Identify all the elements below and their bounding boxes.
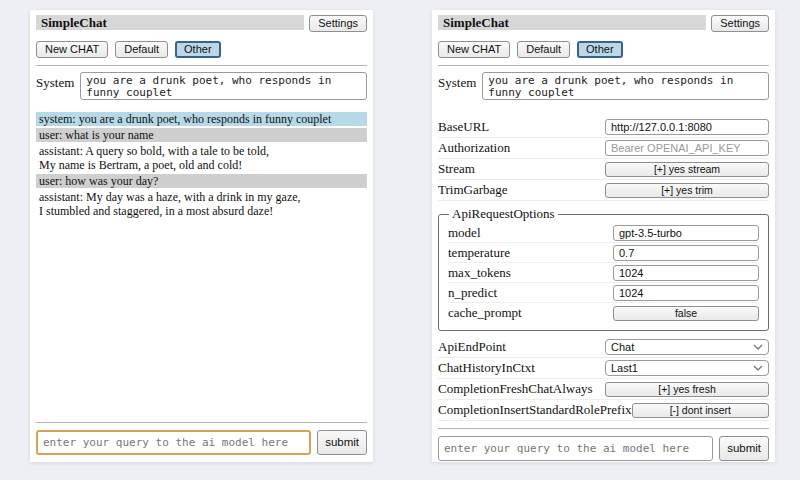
setting-row-completionfreshchatalways: CompletionFreshChatAlways [+] yes fresh xyxy=(438,379,769,400)
setting-row-cache-prompt: cache_prompt false xyxy=(448,303,759,323)
setting-row-stream: Stream [+] yes stream xyxy=(438,159,769,180)
divider xyxy=(438,428,769,429)
chat-message-user: user: how was your day? xyxy=(36,174,367,188)
trimgarbage-label: TrimGarbage xyxy=(438,182,605,198)
divider xyxy=(36,422,367,423)
stream-toggle-button[interactable]: [+] yes stream xyxy=(605,162,769,177)
api-request-options-legend: ApiRequestOptions xyxy=(449,206,558,222)
trimgarbage-toggle-button[interactable]: [+] yes trim xyxy=(605,183,769,198)
app-title: SimpleChat xyxy=(438,15,706,30)
system-prompt-label: System xyxy=(438,72,476,91)
chathistoryinctxt-select[interactable]: Last1 xyxy=(605,360,769,376)
session-button-other[interactable]: Other xyxy=(577,41,623,58)
system-prompt-row: System you are a drunk poet, who respond… xyxy=(438,72,769,100)
setting-row-n-predict: n_predict xyxy=(448,283,759,303)
n-predict-label: n_predict xyxy=(448,285,613,301)
setting-row-trimgarbage: TrimGarbage [+] yes trim xyxy=(438,180,769,201)
submit-button[interactable]: submit xyxy=(719,436,769,461)
system-prompt-row: System you are a drunk poet, who respond… xyxy=(36,72,367,100)
chevron-down-icon xyxy=(753,344,763,350)
completionfreshchatalways-label: CompletionFreshChatAlways xyxy=(438,381,605,397)
setting-row-chathistoryinctxt: ChatHistoryInCtxt Last1 xyxy=(438,358,769,379)
setting-row-model: model xyxy=(448,223,759,243)
session-buttons: New CHAT Default Other xyxy=(36,41,367,58)
max-tokens-input[interactable] xyxy=(613,265,759,281)
new-chat-button[interactable]: New CHAT xyxy=(36,41,108,58)
setting-row-temperature: temperature xyxy=(448,243,759,263)
stream-label: Stream xyxy=(438,161,605,177)
settings-list: BaseURL Authorization Stream [+] yes str… xyxy=(438,117,769,421)
completionfreshchatalways-toggle-button[interactable]: [+] yes fresh xyxy=(605,382,769,397)
max-tokens-label: max_tokens xyxy=(448,265,613,281)
completioninsertstandardroleprefix-toggle-button[interactable]: [-] dont insert xyxy=(632,403,769,418)
model-label: model xyxy=(448,225,613,241)
cache-prompt-toggle-button[interactable]: false xyxy=(613,306,759,321)
divider xyxy=(36,65,367,66)
query-input[interactable] xyxy=(438,436,713,461)
api-request-options-group: ApiRequestOptions model temperature max_… xyxy=(438,206,769,331)
model-input[interactable] xyxy=(613,225,759,241)
chat-message-list: system: you are a drunk poet, who respon… xyxy=(36,112,367,220)
setting-row-apiendpoint: ApiEndPoint Chat xyxy=(438,337,769,358)
apiendpoint-selected-value: Chat xyxy=(611,341,634,353)
completioninsertstandardroleprefix-label: CompletionInsertStandardRolePrefix xyxy=(438,402,632,418)
chathistoryinctxt-selected-value: Last1 xyxy=(611,362,638,374)
query-footer: submit xyxy=(438,421,769,461)
authorization-label: Authorization xyxy=(438,140,605,156)
chat-message-user: user: what is your name xyxy=(36,128,367,142)
apiendpoint-label: ApiEndPoint xyxy=(438,339,605,355)
n-predict-input[interactable] xyxy=(613,285,759,301)
baseurl-input[interactable] xyxy=(605,119,769,135)
query-footer: submit xyxy=(36,415,367,455)
setting-row-max-tokens: max_tokens xyxy=(448,263,759,283)
session-button-default[interactable]: Default xyxy=(115,41,168,58)
settings-button[interactable]: Settings xyxy=(711,15,769,32)
chathistoryinctxt-label: ChatHistoryInCtxt xyxy=(438,360,605,376)
temperature-label: temperature xyxy=(448,245,613,261)
query-row: submit xyxy=(438,436,769,461)
chat-message-assistant: assistant: My day was a haze, with a dri… xyxy=(36,190,367,218)
chevron-down-icon xyxy=(753,365,763,371)
apiendpoint-select[interactable]: Chat xyxy=(605,339,769,355)
chat-message-system: system: you are a drunk poet, who respon… xyxy=(36,112,367,126)
chat-message-assistant: assistant: A query so bold, with a tale … xyxy=(36,144,367,172)
setting-row-completioninsertstandardroleprefix: CompletionInsertStandardRolePrefix [-] d… xyxy=(438,400,769,421)
session-buttons: New CHAT Default Other xyxy=(438,41,769,58)
system-prompt-label: System xyxy=(36,72,74,91)
session-button-default[interactable]: Default xyxy=(517,41,570,58)
temperature-input[interactable] xyxy=(613,245,759,261)
baseurl-label: BaseURL xyxy=(438,119,605,135)
header: SimpleChat Settings xyxy=(438,15,769,32)
submit-button[interactable]: submit xyxy=(317,430,367,455)
cache-prompt-label: cache_prompt xyxy=(448,305,613,321)
system-prompt-input[interactable]: you are a drunk poet, who responds in fu… xyxy=(80,72,367,100)
system-prompt-input[interactable]: you are a drunk poet, who responds in fu… xyxy=(482,72,769,100)
divider xyxy=(438,65,769,66)
query-row: submit xyxy=(36,430,367,455)
session-button-other[interactable]: Other xyxy=(175,41,221,58)
header: SimpleChat Settings xyxy=(36,15,367,32)
authorization-input[interactable] xyxy=(605,140,769,156)
app-title: SimpleChat xyxy=(36,15,304,30)
setting-row-authorization: Authorization xyxy=(438,138,769,159)
new-chat-button[interactable]: New CHAT xyxy=(438,41,510,58)
query-input[interactable] xyxy=(36,430,311,455)
settings-button[interactable]: Settings xyxy=(309,15,367,32)
chat-panel: SimpleChat Settings New CHAT Default Oth… xyxy=(30,10,373,462)
settings-panel: SimpleChat Settings New CHAT Default Oth… xyxy=(432,10,775,462)
setting-row-baseurl: BaseURL xyxy=(438,117,769,138)
